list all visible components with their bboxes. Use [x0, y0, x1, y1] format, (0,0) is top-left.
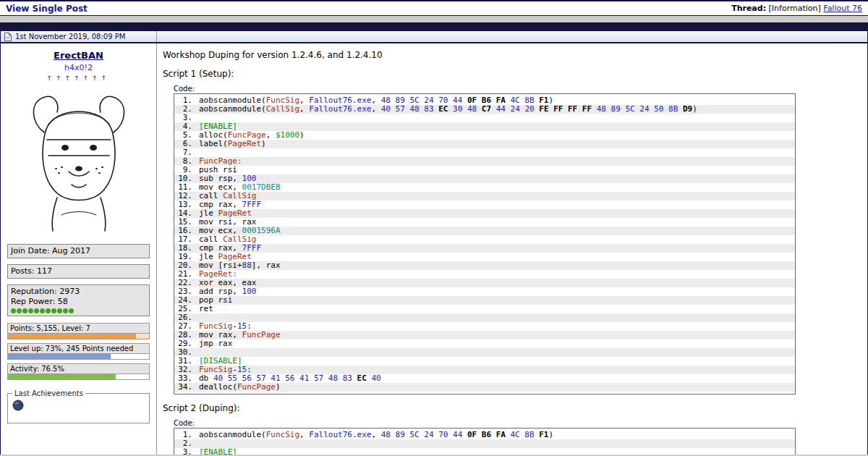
code-line: 31.[DISABLE]: [174, 357, 795, 366]
thread-prefix: [Information]: [769, 4, 821, 13]
code-line: 16.mov ecx, 0001596A: [174, 227, 795, 235]
code-line: 23.add rsp, 100: [174, 287, 795, 296]
script-heading: Script 2 (Duping):: [163, 403, 861, 413]
avatar-wrap: [7, 88, 150, 238]
post-message-title: Workshop Duping for version 1.2.4.6, and…: [163, 50, 861, 60]
rep-dot: [51, 308, 56, 313]
rep-power-value: Rep Power: 58: [11, 297, 146, 307]
code-line: 21.PageRet:: [174, 270, 795, 279]
user-panel: ErectBAN h4x0!2 ↑↑↑↑↑↑↑: [1, 43, 157, 455]
code-line: 13.cmp rax, 7FFF: [174, 200, 795, 209]
code-line: 6.label(PageRet): [174, 140, 795, 148]
line-number: 3.: [174, 448, 199, 455]
code-line: 3.: [174, 114, 795, 122]
post-date: 1st November 2019, 08:09 PM: [15, 33, 125, 41]
code-line: 5.alloc(FuncPage, $1000): [174, 131, 795, 140]
posts-box: Posts: 117: [7, 264, 150, 279]
code-text: aobscanmodule(CallSig, Fallout76.exe, 40…: [199, 105, 697, 114]
page-gap: [0, 16, 868, 22]
joindate-box: Join Date: Aug 2017: [7, 244, 150, 258]
post-icon: [4, 33, 12, 41]
rep-dot: [28, 308, 33, 313]
code-label: Code:: [174, 419, 861, 427]
code-line: 1.aobscanmodule(FuncSig, Fallout76.exe, …: [174, 431, 795, 439]
thread-label: Thread:: [731, 4, 766, 13]
code-line: 26.: [174, 313, 795, 322]
script-heading: Script 1 (Setup):: [163, 69, 861, 79]
rep-dot: [69, 308, 74, 313]
code-line: 11.mov ecx, 0017DBEB: [174, 183, 795, 192]
levelup-bar: [7, 353, 150, 360]
reputation-box: Reputation: 2973 Rep Power: 58: [7, 284, 150, 316]
code-line: 18.cmp rax, 7FFF: [174, 244, 795, 253]
code-text: dealloc(FuncPage): [199, 383, 281, 392]
top-navbar: View Single Post Thread: [Information] F…: [0, 0, 868, 16]
code-line: 24.pop rsi: [174, 296, 795, 305]
levelup-bar-fill: [8, 354, 111, 359]
post-table: 1st November 2019, 08:09 PM ErectBAN h4x…: [0, 22, 868, 455]
code-label: Code:: [174, 85, 861, 93]
post-header-spacer: [157, 31, 867, 42]
code-line: 28.mov rax, FuncPage: [174, 331, 795, 339]
code-line: 2.: [174, 439, 795, 448]
code-line: 34.dealloc(FuncPage): [174, 383, 795, 392]
levelup-label: Level up: 73%, 245 Points needed: [7, 343, 150, 353]
avatar-image[interactable]: [24, 88, 134, 236]
thread-info: Thread: [Information] Fallout 76: [731, 4, 862, 13]
code-text: label(PageRet): [199, 140, 266, 148]
rep-dot: [63, 308, 68, 313]
code-text: [ENABLE]: [199, 448, 237, 455]
user-title: h4x0!2: [7, 63, 150, 72]
code-line: 7.: [174, 148, 795, 157]
user-rank-icons: ↑↑↑↑↑↑↑: [7, 75, 150, 82]
code-line: 25.ret: [174, 305, 795, 313]
line-number: 34.: [174, 383, 199, 392]
page-title: View Single Post: [6, 4, 88, 14]
activity-bar: [7, 373, 150, 380]
code-text: jmp rax: [199, 339, 232, 348]
rep-dot: [34, 308, 39, 313]
points-bar-fill: [8, 334, 136, 339]
achievement-icon[interactable]: [12, 400, 24, 411]
post-content: Workshop Duping for version 1.2.4.6, and…: [157, 43, 867, 455]
code-line: 8.FuncPage:: [174, 157, 795, 166]
reputation-value: Reputation: 2973: [11, 287, 146, 297]
code-line: 9.push rsi: [174, 166, 795, 174]
achievements-legend: Last Achievements: [12, 389, 85, 397]
username-link[interactable]: ErectBAN: [7, 50, 150, 61]
code-line: 22.xor eax, eax: [174, 279, 795, 287]
post-header-row: 1st November 2019, 08:09 PM: [1, 31, 867, 43]
code-line: 3.[ENABLE]: [174, 448, 795, 455]
code-line: 14.jle PageRet: [174, 209, 795, 218]
code-box[interactable]: 1.aobscanmodule(FuncSig, Fallout76.exe, …: [174, 428, 796, 455]
rep-dot: [22, 308, 27, 313]
category-bar: [1, 23, 867, 31]
post-body-row: ErectBAN h4x0!2 ↑↑↑↑↑↑↑: [1, 43, 867, 455]
rep-dot: [40, 308, 45, 313]
code-box[interactable]: 1.aobscanmodule(FuncSig, Fallout76.exe, …: [174, 93, 796, 394]
post-date-cell: 1st November 2019, 08:09 PM: [1, 31, 157, 42]
code-line: 29.jmp rax: [174, 339, 795, 348]
rep-dot: [17, 308, 22, 313]
activity-bar-fill: [8, 374, 116, 379]
points-label: Points: 5,155, Level: 7: [7, 323, 150, 333]
code-line: 20.mov [rsi+88], rax: [174, 261, 795, 270]
experience-panel: Points: 5,155, Level: 7 Level up: 73%, 2…: [7, 323, 150, 380]
rep-dot: [57, 308, 62, 313]
code-line: 2.aobscanmodule(CallSig, Fallout76.exe, …: [174, 105, 795, 114]
code-line: 30.: [174, 348, 795, 357]
code-text: aobscanmodule(FuncSig, Fallout76.exe, 48…: [199, 431, 553, 439]
rep-dot: [46, 308, 51, 313]
rep-dots: [11, 308, 146, 314]
code-line: 12.call CallSig: [174, 192, 795, 200]
script-sections: Script 1 (Setup):Code:1.aobscanmodule(Fu…: [163, 69, 861, 455]
code-line: 17.call CallSig: [174, 235, 795, 244]
achievements-fieldset: Last Achievements: [7, 389, 150, 423]
forum-page: View Single Post Thread: [Information] F…: [0, 0, 868, 455]
activity-label: Activity: 76.5%: [7, 363, 150, 373]
thread-link[interactable]: Fallout 76: [823, 4, 862, 13]
rep-dot: [11, 308, 16, 313]
points-bar: [7, 333, 150, 339]
